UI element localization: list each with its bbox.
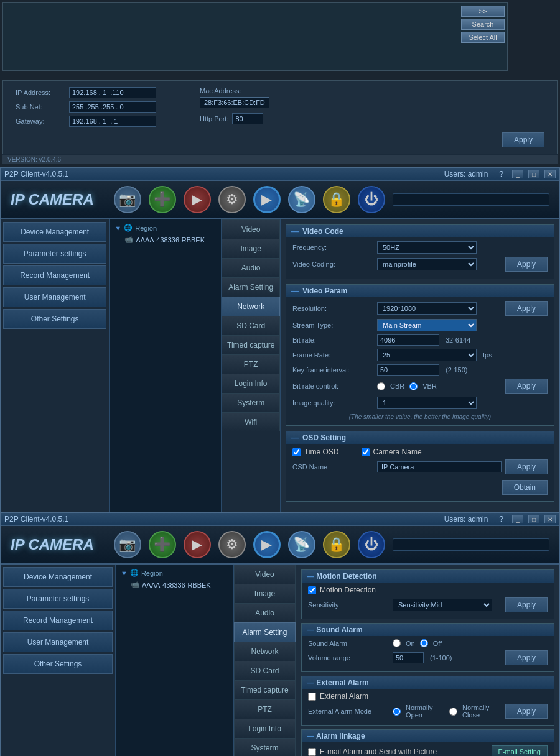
play-icon-2[interactable]: ▶ [184, 531, 211, 558]
tab2-video[interactable]: Video [234, 565, 296, 584]
ip-input[interactable] [69, 87, 156, 98]
sidebar-device-management[interactable]: Device Management [3, 222, 106, 242]
frequency-select[interactable]: 50HZ [377, 241, 477, 254]
tab2-ptz[interactable]: PTZ [234, 699, 296, 719]
sidebar-parameter-settings[interactable]: Parameter settings [3, 244, 106, 264]
tab-ptz-1[interactable]: PTZ [222, 354, 280, 374]
tab2-sdcard[interactable]: SD Card [234, 661, 296, 680]
video-code-apply[interactable]: Apply [505, 257, 548, 272]
tab2-audio[interactable]: Audio [234, 603, 296, 622]
add-icon[interactable]: ➕ [149, 186, 176, 213]
camera-name-checkbox[interactable] [362, 448, 370, 456]
settings-icon[interactable]: ⚙ [218, 186, 246, 213]
close-button-1[interactable]: ✕ [544, 170, 556, 178]
sidebar-record-management[interactable]: Record Management [3, 265, 106, 285]
tab2-network[interactable]: Network [234, 642, 296, 661]
sidebar-other-settings[interactable]: Other Settings [3, 309, 106, 329]
normally-open-radio[interactable] [393, 708, 401, 716]
maximize-button-2[interactable]: □ [528, 515, 539, 523]
http-port-input[interactable] [232, 113, 263, 124]
video-coding-select[interactable]: mainprofile [377, 258, 477, 270]
external-alarm-checkbox[interactable] [308, 693, 316, 701]
settings-icon-2[interactable]: ⚙ [218, 531, 246, 558]
tree-device-1[interactable]: 📹 AAAA-438336-RBBEK [112, 234, 218, 246]
vbr-radio[interactable] [409, 382, 418, 390]
monitor-icon-2[interactable]: 📡 [288, 531, 315, 558]
stream-select[interactable]: Main Stream [377, 319, 477, 331]
subnet-input[interactable] [69, 101, 156, 113]
tab-timed-1[interactable]: Timed capture [222, 335, 280, 354]
sidebar2-record-management[interactable]: Record Management [3, 611, 113, 630]
tab-image-1[interactable]: Image [222, 239, 280, 258]
close-button-2[interactable]: ✕ [544, 515, 556, 523]
email-alarm-checkbox[interactable] [308, 748, 316, 756]
minimize-button-2[interactable]: _ [512, 515, 523, 523]
motion-detection-checkbox[interactable] [308, 586, 316, 594]
keyframe-input[interactable] [377, 364, 439, 376]
tab-wifi-1[interactable]: Wifi [222, 412, 280, 431]
monitor-icon[interactable]: 📡 [288, 186, 315, 213]
minimize-button-1[interactable]: _ [512, 170, 523, 178]
config-icon[interactable]: ▶ [253, 186, 281, 213]
motion-apply[interactable]: Apply [505, 597, 548, 612]
tab-audio-1[interactable]: Audio [222, 258, 280, 277]
help-button-2[interactable]: ? [499, 515, 503, 523]
sound-on-radio[interactable] [393, 639, 401, 647]
sound-apply[interactable]: Apply [505, 650, 548, 665]
sidebar2-device-management[interactable]: Device Management [3, 567, 113, 587]
add-icon-2[interactable]: ➕ [149, 531, 176, 558]
email-setting-btn[interactable]: E-mail Setting [492, 745, 548, 756]
tree-region-1[interactable]: ▼ 🌐 Region [112, 222, 218, 234]
osd-apply[interactable]: Apply [505, 459, 548, 474]
tab2-system[interactable]: Systerm [234, 738, 296, 756]
key-icon[interactable]: 🔒 [323, 186, 350, 213]
external-apply[interactable]: Apply [505, 704, 548, 719]
sidebar2-other-settings[interactable]: Other Settings [3, 654, 113, 674]
resolution-select[interactable]: 1920*1080 [377, 302, 477, 315]
window-title-2: P2P Client-v4.0.5.1 [4, 515, 68, 523]
bitrate-apply[interactable]: Apply [505, 379, 548, 394]
sidebar2-user-management[interactable]: User Management [3, 632, 113, 652]
power-icon-2[interactable]: ⏻ [358, 531, 385, 558]
volume-input[interactable] [393, 652, 424, 663]
next-button[interactable]: >> [461, 6, 505, 17]
search-button[interactable]: Search [461, 19, 505, 30]
time-osd-checkbox[interactable] [292, 448, 301, 456]
tab-sdcard-1[interactable]: SD Card [222, 316, 280, 335]
osd-obtain[interactable]: Obtain [502, 480, 548, 495]
camera-icon[interactable]: 📷 [114, 186, 141, 213]
tab-alarm-1[interactable]: Alarm Setting [222, 277, 280, 297]
tab-system-1[interactable]: Systerm [222, 393, 280, 412]
normally-close-radio[interactable] [449, 708, 457, 716]
tree-device-2[interactable]: 📹 AAAA-438336-RBBEK [118, 579, 231, 591]
power-icon[interactable]: ⏻ [358, 186, 385, 213]
maximize-button-1[interactable]: □ [528, 170, 539, 178]
motion-checkbox-row: Motion Detection [308, 586, 548, 594]
play-icon[interactable]: ▶ [184, 186, 211, 213]
gateway-input[interactable] [69, 116, 156, 127]
sensitivity-select[interactable]: Sensitivity:Mid [393, 599, 492, 611]
tab2-image[interactable]: Image [234, 584, 296, 603]
tab2-login[interactable]: Login Info [234, 719, 296, 738]
camera-icon-2[interactable]: 📷 [114, 531, 141, 558]
cbr-radio[interactable] [377, 382, 385, 390]
quality-select[interactable]: 1 [377, 397, 477, 409]
tree-region-2[interactable]: ▼ 🌐 Region [118, 567, 231, 579]
sound-off-radio[interactable] [420, 639, 428, 647]
tab-video-1[interactable]: Video [222, 219, 280, 239]
help-button-1[interactable]: ? [499, 170, 503, 178]
video-param-apply[interactable]: Apply [505, 301, 548, 316]
tab2-timed[interactable]: Timed capture [234, 680, 296, 699]
framerate-select[interactable]: 25 [377, 349, 477, 361]
sidebar-user-management[interactable]: User Management [3, 287, 106, 307]
bitrate-input[interactable] [377, 334, 439, 346]
select-all-button[interactable]: Select All [461, 32, 505, 43]
tab-login-1[interactable]: Login Info [222, 374, 280, 393]
sidebar2-parameter-settings[interactable]: Parameter settings [3, 589, 113, 609]
top-apply-button[interactable]: Apply [502, 132, 544, 147]
tab2-alarm[interactable]: Alarm Setting [234, 622, 296, 642]
key-icon-2[interactable]: 🔒 [323, 531, 350, 558]
config-icon-2[interactable]: ▶ [253, 531, 281, 558]
tab-network-1[interactable]: Network [222, 297, 280, 316]
osd-name-input[interactable] [377, 461, 502, 472]
